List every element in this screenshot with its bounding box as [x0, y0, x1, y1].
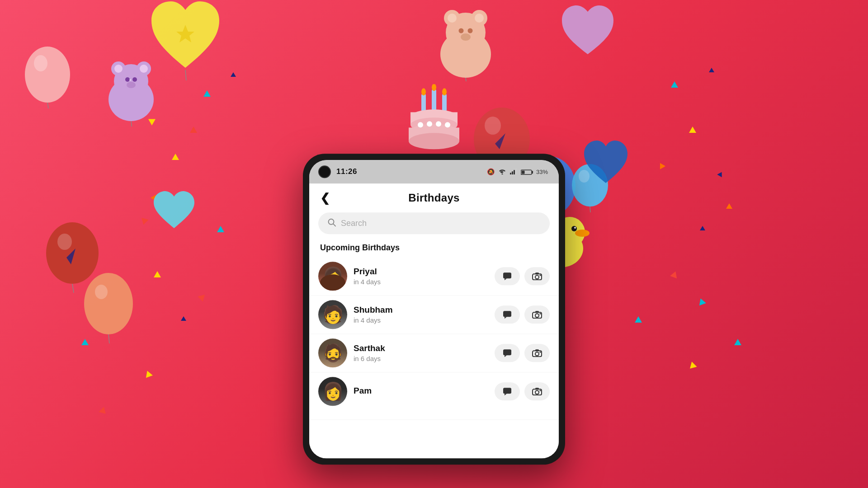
person-days-sarthak: in 6 days [354, 355, 488, 362]
svg-point-65 [445, 122, 450, 127]
svg-marker-77 [505, 278, 507, 280]
svg-point-29 [459, 28, 464, 33]
svg-point-46 [571, 226, 577, 231]
svg-rect-52 [442, 93, 447, 112]
svg-rect-50 [421, 93, 426, 112]
person-info-shubham: Shubham in 4 days [354, 305, 488, 324]
camera-button-shubham[interactable] [524, 305, 550, 324]
camera-button-sarthak[interactable] [524, 344, 550, 362]
svg-point-31 [461, 33, 471, 41]
svg-rect-98 [535, 388, 539, 389]
svg-point-17 [132, 77, 137, 82]
svg-rect-80 [535, 272, 539, 274]
action-buttons-pam [495, 382, 550, 400]
svg-point-97 [535, 390, 539, 394]
svg-line-32 [466, 78, 467, 81]
svg-marker-95 [505, 394, 507, 395]
svg-point-99 [540, 390, 541, 391]
avatar-priyal [318, 262, 347, 291]
svg-point-0 [25, 47, 70, 103]
svg-point-64 [436, 121, 441, 127]
search-placeholder: Search [341, 219, 367, 228]
svg-point-55 [442, 88, 447, 95]
chat-button-priyal[interactable] [495, 267, 520, 285]
search-bar[interactable]: Search [318, 212, 550, 234]
svg-point-18 [127, 82, 136, 88]
svg-point-61 [409, 133, 459, 149]
avatar-shubham [318, 300, 347, 329]
signal-icon [510, 168, 517, 176]
svg-rect-67 [510, 173, 511, 174]
person-info-priyal: Priyal in 4 days [354, 267, 488, 286]
bell-icon: 🔕 [487, 168, 495, 175]
camera-button-priyal[interactable] [524, 267, 550, 285]
person-days-priyal: in 4 days [354, 278, 488, 286]
person-info-pam: Pam [354, 386, 488, 397]
birthday-item-pam: Pam [309, 372, 559, 420]
svg-point-8 [95, 285, 108, 299]
camera-button-pam[interactable] [524, 382, 550, 400]
phone-wrapper: 11:26 🔕 [303, 84, 565, 465]
svg-rect-70 [515, 168, 517, 174]
action-buttons-sarthak [495, 344, 550, 362]
svg-marker-89 [505, 355, 507, 357]
status-right: 🔕 [487, 168, 548, 176]
person-name-shubham: Shubham [354, 305, 488, 315]
svg-rect-88 [503, 349, 511, 355]
svg-point-1 [34, 55, 47, 71]
svg-point-16 [125, 77, 130, 82]
birthday-list: Priyal in 4 days [309, 257, 559, 420]
svg-rect-68 [512, 171, 513, 174]
svg-rect-73 [522, 171, 525, 174]
svg-point-91 [535, 352, 539, 356]
svg-point-7 [84, 273, 133, 334]
svg-point-66 [502, 173, 503, 174]
chat-button-sarthak[interactable] [495, 344, 520, 362]
cake-decoration [398, 84, 470, 158]
svg-point-19 [129, 79, 131, 81]
birthday-item-shubham: Shubham in 4 days [309, 296, 559, 334]
person-days-shubham: in 4 days [354, 316, 488, 324]
svg-line-6 [72, 284, 74, 293]
chat-button-shubham[interactable] [495, 305, 520, 324]
svg-point-14 [114, 65, 123, 73]
page-title: Birthdays [408, 192, 459, 204]
svg-point-45 [575, 230, 590, 237]
front-camera [318, 165, 331, 178]
birthday-item-sarthak: Sarthak in 6 days [309, 334, 559, 372]
svg-point-81 [540, 275, 541, 276]
battery-status: 33% [521, 168, 548, 175]
svg-rect-92 [535, 349, 539, 351]
search-container: Search [309, 209, 559, 240]
birthday-item-priyal: Priyal in 4 days [309, 257, 559, 296]
avatar-sarthak [318, 338, 347, 367]
svg-point-62 [418, 122, 423, 127]
search-icon [327, 218, 336, 229]
svg-marker-83 [505, 317, 507, 319]
svg-line-2 [47, 103, 49, 108]
svg-line-75 [333, 224, 335, 226]
svg-rect-69 [514, 170, 515, 174]
svg-point-15 [140, 65, 148, 73]
svg-point-63 [427, 121, 432, 127]
person-info-sarthak: Sarthak in 6 days [354, 343, 488, 362]
svg-rect-51 [432, 89, 436, 112]
svg-rect-94 [503, 388, 511, 394]
svg-point-28 [475, 14, 484, 23]
chat-button-pam[interactable] [495, 382, 520, 400]
svg-point-93 [540, 352, 541, 353]
avatar-pam [318, 377, 347, 406]
phone: 11:26 🔕 [303, 154, 565, 465]
svg-rect-76 [503, 272, 511, 278]
svg-line-20 [131, 121, 132, 127]
phone-screen: 11:26 🔕 [309, 160, 559, 458]
svg-line-22 [185, 70, 186, 80]
back-button[interactable]: ❮ [320, 191, 330, 205]
svg-rect-82 [503, 311, 511, 317]
section-label: Upcoming Birthdays [309, 240, 559, 257]
person-name-pam: Pam [354, 386, 488, 396]
svg-rect-86 [535, 311, 539, 313]
app-header: ❮ Birthdays [309, 183, 559, 209]
svg-line-9 [108, 334, 109, 343]
app-content: ❮ Birthdays Search [309, 183, 559, 458]
